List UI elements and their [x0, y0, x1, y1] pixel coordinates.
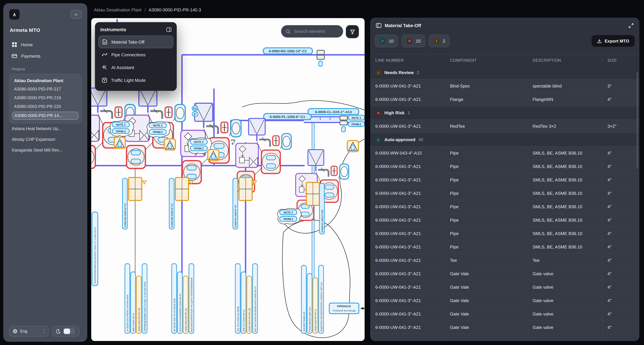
table-row[interactable]: 6-0000-UW-041-3"-A21Gate ValeGate valve4… — [371, 267, 639, 281]
project-name[interactable]: Aktau Desalination Plant — [12, 77, 78, 84]
breadcrumb-project[interactable]: Aktau Desalination Plant — [94, 7, 142, 12]
svg-text:AND TO 5-343X-HA-10: AND TO 5-343X-HA-10 — [242, 310, 245, 332]
table-row[interactable]: 6-0000-UW-041-3"-A21Gate ValeGate valve4… — [371, 281, 639, 294]
svg-text:5-343X-PL-XX07-6"-C1: 5-343X-PL-XX07-6"-C1 — [234, 205, 237, 228]
svg-text:NOTE 2: NOTE 2 — [352, 116, 361, 119]
column-header[interactable]: SIZE — [602, 58, 639, 62]
search-input[interactable] — [294, 28, 335, 34]
offpage-connector[interactable] — [129, 178, 146, 201]
traffic-light-icon — [102, 78, 107, 83]
grid-icon — [12, 42, 17, 47]
triangle-symbol[interactable] — [347, 140, 358, 152]
table-row[interactable]: 6-0000-UW-041-3"-A21Gate ValeGate valve4… — [371, 321, 639, 334]
sidebar-item-payments[interactable]: Payments — [9, 50, 82, 62]
table-row[interactable]: 6-0000-WW-043-4"-A15PipeSMLS, BE, ASME B… — [371, 146, 639, 160]
column-header[interactable]: DESCRIPTION — [528, 58, 602, 62]
drawing-item[interactable]: A3080-0000-PID-PR-218 — [12, 94, 78, 102]
sidebar-item-home[interactable]: Home — [9, 39, 82, 50]
group-header-row[interactable]: !Needs Review2 — [371, 66, 639, 79]
table-cell: 6-0000-UW-041-3"-A21 — [371, 240, 445, 254]
globe-icon — [13, 329, 18, 334]
triangle-symbol[interactable] — [164, 139, 176, 150]
scrollbar-thumb[interactable] — [636, 72, 638, 169]
svg-text:NOTE 2: NOTE 2 — [284, 211, 293, 214]
table-row[interactable]: 6-0000-UW-041-3"-A21Gate ValeGate valve4… — [371, 294, 639, 308]
language-select[interactable]: Eng ⌃⌄ — [9, 326, 49, 337]
element-tag[interactable] — [342, 127, 345, 132]
project-item[interactable]: Astana Heat Network Up... — [9, 123, 82, 134]
instrument-item-ai-assistant[interactable]: AI Assistant — [98, 61, 174, 74]
review-count-badge[interactable]: ! 2 — [429, 34, 450, 47]
table-row[interactable]: 6-0000-UW-041-3"-A21FlangeFlangeWN4" — [371, 93, 639, 106]
table-cell: 4" — [602, 294, 639, 307]
export-mto-button[interactable]: Export MTO — [591, 35, 635, 47]
instrument-item-pipe-connections[interactable]: Pipe Connections — [98, 48, 174, 61]
group-count: 45 — [418, 137, 423, 142]
table-row[interactable] — [371, 334, 639, 341]
theme-switch[interactable] — [63, 328, 75, 335]
table-cell: 6-0000-UW-041-3"-A21 — [371, 187, 445, 200]
svg-text:ТРУБНАЯ ЭСТАКАДА: ТРУБНАЯ ЭСТАКАДА — [332, 310, 356, 312]
table-row[interactable]: 6-0000-UW-041-3"-A21TeeTee4" — [371, 254, 639, 267]
svg-text:A3080-0000-PID-PR-110: A3080-0000-PID-PR-110 — [185, 308, 187, 332]
drawing-item[interactable]: A3080-0003-PID-PR-220 — [12, 103, 78, 110]
table-row[interactable]: 6-0000-UW-041-3"-A21Blnd-Specspectable b… — [371, 79, 639, 93]
drawing-item-selected[interactable]: A3080-0000-PID-PR-14... — [12, 112, 78, 120]
table-cell: spectable blind — [528, 79, 602, 92]
table-cell: 6-0000-UW-041-3"-A21 — [371, 308, 445, 321]
table-row[interactable]: 6-0000-UW-041-3"-A21PipeSMLS, BE, ASME B… — [371, 240, 639, 254]
group-label: Needs Review — [384, 70, 414, 75]
column-header[interactable]: COMPONENT — [445, 58, 528, 62]
table-cell: SMLS, BE, ASME B36.10 — [528, 240, 602, 254]
drawing-item[interactable]: A3080-0000-PID-PR-217 — [12, 85, 78, 93]
table-row[interactable]: 6-0000-UW-041-3"-A21PipeSMLS, BE, ASME B… — [371, 227, 639, 240]
table-cell: FlangeWN — [528, 93, 602, 106]
approved-count-badge[interactable]: ✓ 10 — [375, 34, 398, 47]
table-row[interactable]: 6-0000-UW-041-3"-A21PipeSMLS, BE, ASME B… — [371, 187, 639, 200]
table-row[interactable]: 6-0000-UW-041-3"-A21Gate ValeGate valve4… — [371, 308, 639, 321]
flange-symbol[interactable] — [317, 50, 324, 59]
exclamation-icon: ! — [433, 38, 440, 44]
table-row[interactable]: 6-0000-UW-041-3"-A21RedTeeRedTee 3×23×2" — [371, 120, 639, 133]
theme-toggle[interactable] — [52, 326, 80, 337]
document-check-icon — [102, 39, 107, 44]
group-count: 2 — [417, 70, 419, 75]
table-row[interactable]: 6-0000-UW-041-3"-A21PipeSMLS, BE, ASME B… — [371, 200, 639, 214]
table-cell: Gate valve — [528, 267, 602, 280]
filter-button[interactable] — [346, 25, 359, 38]
sidebar-collapse-button[interactable]: « — [71, 10, 82, 19]
project-item[interactable]: Karaganda Steel Mill Rev... — [9, 145, 82, 156]
risk-count-badge[interactable]: ✕ 15 — [402, 34, 425, 47]
svg-text:ВЫСОКОСЕРНИСТЫЙ ГАЗ СД НА ТЕПЛ: ВЫСОКОСЕРНИСТЫЙ ГАЗ СД НА ТЕПЛООБМЕННИК — [190, 277, 193, 332]
triangle-symbol[interactable] — [208, 150, 219, 161]
triangle-symbol[interactable] — [114, 137, 125, 148]
instrument-item-material-take-off[interactable]: Material Take-Off — [98, 35, 174, 48]
table-cell: 4" — [602, 173, 639, 186]
table-row[interactable]: 6-0000-UW-041-3"-A21PipeSMLS, BE, ASME B… — [371, 173, 639, 187]
group-header-row[interactable]: ✕High Risk1 — [371, 106, 639, 120]
search-bar[interactable] — [281, 25, 343, 37]
flange-symbol[interactable] — [340, 116, 347, 125]
panel-layout-icon[interactable] — [166, 27, 172, 32]
svg-text:ПРИМ.2: ПРИМ.2 — [194, 147, 204, 150]
table-cell: 4" — [602, 160, 639, 173]
table-row[interactable]: 6-0000-UW-041-3"-A21PipeSMLS, BE, ASME B… — [371, 214, 639, 227]
panel-layout-icon[interactable] — [376, 23, 381, 28]
table-cell: 4" — [602, 281, 639, 294]
piperack-label: PIPERACK ТРУБНАЯ ЭСТАКАДА — [330, 303, 364, 314]
svg-text:ВСГ НА 5-343X-HA-05A/B И НА 5-: ВСГ НА 5-343X-HA-05A/B И НА 5-343X-HA-10 — [254, 287, 256, 332]
project-item[interactable]: Almaty CHP Expansion — [9, 134, 82, 145]
pid-canvas[interactable]: 6-0000-RG-1092-14"-C1 6-0000-PL-1093-6"-… — [91, 18, 364, 341]
offpage-connector[interactable] — [176, 178, 193, 201]
expand-button[interactable] — [628, 23, 634, 28]
element-tag[interactable] — [319, 61, 322, 66]
line-tag[interactable]: 6-0000-PL-1093-6"-C1 — [264, 113, 311, 120]
column-header[interactable]: LINE NUMBER — [371, 58, 445, 62]
line-tag[interactable]: 6-0000-CL-XXX-2"-A13 — [308, 109, 359, 115]
language-value: Eng — [20, 329, 27, 334]
instrument-item-traffic-light-mode[interactable]: Traffic Light Mode — [98, 74, 174, 86]
svg-text:РЕКОМПРИМИРОВАНИЯ КИСЛОГО ГАЗА: РЕКОМПРИМИРОВАНИЯ КИСЛОГО ГАЗА 1 СТ. 5-3… — [94, 227, 96, 284]
line-tag[interactable]: 6-0000-RG-1092-14"-C1 — [263, 48, 312, 54]
group-header-row[interactable]: ✓Auto-approved45 — [371, 133, 639, 146]
table-row[interactable]: 6-0000-UW-041-3"-A21PipeSMLS, BE, ASME B… — [371, 160, 639, 173]
